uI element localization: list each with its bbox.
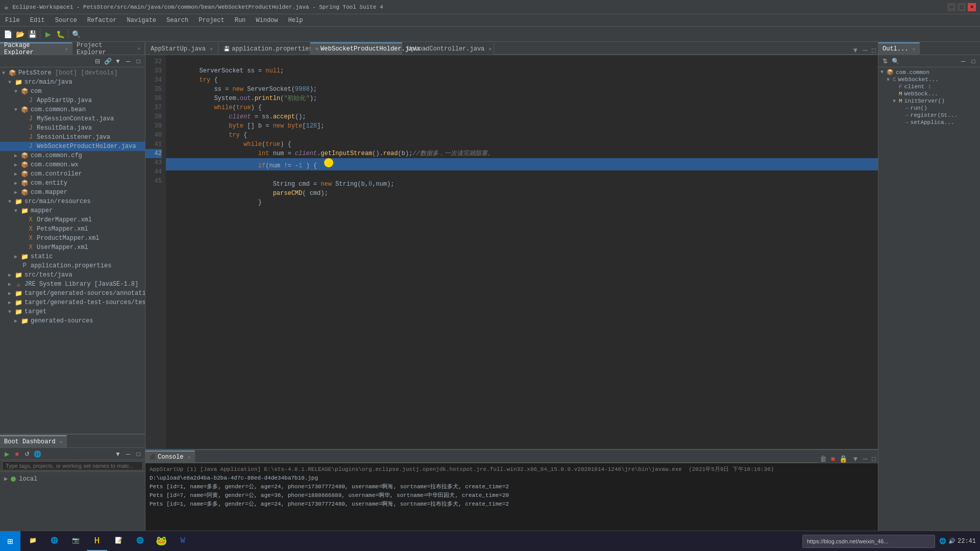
menu-refactor[interactable]: Refactor [82,14,122,26]
collapse-all-button[interactable]: ⊟ [93,57,102,66]
tree-item-com-common-cfg[interactable]: ▶ 📦 com.common.cfg [0,151,145,160]
taskbar-app-frog[interactable]: 🐸 [151,532,172,551]
code-editor[interactable]: 32 33 34 35 36 37 38 39 40 41 42 43 44 4… [145,55,878,449]
tree-item-generated-test-sources[interactable]: ▶ 📁 target/generated-test-sources/test-a… [0,298,145,307]
taskbar-app-file-manager[interactable]: 📁 [22,532,43,551]
tab-package-explorer[interactable]: Package Explorer ✕ [0,42,72,55]
tree-item-generated-sources[interactable]: ▶ 📁 target/generated-sources/annotations [0,289,145,298]
tree-item-jre[interactable]: ▶ ☕ JRE System Library [JavaSE-1.8] [0,280,145,289]
minimize-editor-button[interactable]: ─ [861,46,869,55]
tree-item-src-test[interactable]: ▶ 📁 src/test/java [0,270,145,280]
console-minimize-button[interactable]: ─ [861,455,869,463]
link-editor-button[interactable]: 🔗 [103,57,112,66]
tree-item-com-common-bean[interactable]: ▼ 📦 com.common.bean [0,105,145,114]
outline-item-run[interactable]: ▶ → run() [878,105,980,112]
new-button[interactable]: 📄 [2,29,13,40]
tree-item-generated-sources-2[interactable]: ▶ 📁 generated-sources [0,316,145,325]
save-button[interactable]: 💾 [27,29,38,40]
tree-item-com-controller[interactable]: ▶ 📦 com.controller [0,169,145,179]
outline-item-setapplica[interactable]: ▶ → setApplica... [878,119,980,126]
debug-button[interactable]: 🐛 [55,29,66,40]
close-icon-boot[interactable]: ✕ [60,439,62,445]
open-button[interactable]: 📂 [14,29,26,40]
clear-console-button[interactable]: 🗑 [818,455,829,463]
boot-start-button[interactable]: ▶ [2,449,11,459]
taskbar-app-hbuilder[interactable]: H [87,532,107,551]
taskbar-app-notepad[interactable]: 📝 [108,532,129,551]
outline-maximize-button[interactable]: □ [969,57,978,66]
maximize-editor-button[interactable]: □ [870,46,878,55]
code-content[interactable]: ServerSocket ss = null; try { ss = new S… [166,55,878,449]
stop-console-button[interactable]: ■ [829,455,837,463]
outline-minimize-button[interactable]: ─ [959,57,968,66]
outline-item-websocket-class[interactable]: ▼ C WebSocket... [878,76,980,83]
tab-websocket[interactable]: ✎ WebSocketProductHolder.java ✕ [310,42,402,55]
close-icon[interactable]: ✕ [65,46,68,52]
menu-project[interactable]: Project [193,14,229,26]
tab-project-explorer[interactable]: Project Explorer ✕ [72,42,145,55]
tree-item-appstartup[interactable]: ▶ J AppStartUp.java [0,96,145,105]
maximize-view-button[interactable]: □ [134,57,143,66]
tree-item-com-common-wx[interactable]: ▶ 📦 com.common.wx [0,160,145,169]
run-button[interactable]: ▶ [42,29,54,40]
tree-item-com-mapper[interactable]: ▶ 📦 com.mapper [0,188,145,197]
tree-item-petsmapper[interactable]: ▶ X PetsMapper.xml [0,224,145,234]
tree-item-ordermapper[interactable]: ▶ X OrderMapper.xml [0,215,145,224]
start-button[interactable]: ⊞ [0,531,20,552]
boot-maximize-button[interactable]: □ [134,449,143,459]
close-console-icon[interactable]: ✕ [187,455,190,460]
tree-item-mapper-folder[interactable]: ▼ 📁 mapper [0,206,145,215]
tree-item-resultdata[interactable]: ▶ J ResultData.java [0,123,145,133]
editor-view-menu-button[interactable]: ▼ [850,46,861,55]
tab-outline[interactable]: Outl... ✕ [878,42,920,55]
outline-item-register[interactable]: ▶ → register(St... [878,112,980,119]
outline-item-initserver[interactable]: ▼ M initServer() [878,97,980,105]
outline-item-com-common[interactable]: ▼ 📦 com.common [878,68,980,76]
close-tab-appstartup[interactable]: ✕ [210,46,213,52]
tab-console[interactable]: ⬛ Console ✕ [145,450,195,463]
boot-restart-button[interactable]: ↺ [22,449,32,459]
tree-item-app-properties[interactable]: ▶ P application.properties [0,261,145,270]
tab-appstartup[interactable]: AppStartUp.java ✕ [145,42,218,55]
menu-window[interactable]: Window [251,14,283,26]
minimize-view-button[interactable]: ─ [124,57,133,66]
taskbar-search-input[interactable] [802,535,935,548]
tree-item-websocket[interactable]: ▶ J WebSocketProductHolder.java [0,142,145,151]
outline-item-client[interactable]: ▶ F client : [878,83,980,90]
tree-item-com-entity[interactable]: ▶ 📦 com.entity [0,179,145,188]
outline-item-websock-method[interactable]: ▶ M WebSock... [878,90,980,97]
boot-menu-button[interactable]: ▼ [113,449,122,459]
close-tab-uploadctrl[interactable]: ✕ [488,46,492,52]
boot-server-local[interactable]: ▶ local [4,474,141,484]
tree-item-sessionlistener[interactable]: ▶ J SessionListener.java [0,133,145,142]
menu-search[interactable]: Search [161,14,193,26]
tree-item-usermapper[interactable]: ▶ X UserMapper.xml [0,243,145,252]
tab-boot-dashboard[interactable]: Boot Dashboard ✕ [0,435,67,447]
tree-item-src-main-java[interactable]: ▼ 📁 src/main/java [0,78,145,87]
boot-minimize-button[interactable]: ─ [124,449,133,459]
tree-item-productmapper[interactable]: ▶ X ProductMapper.xml [0,234,145,243]
outline-filter-button[interactable]: 🔍 [891,57,900,66]
menu-file[interactable]: File [0,14,25,26]
taskbar-app-word[interactable]: W [173,532,193,551]
tree-item-static[interactable]: ▶ 📁 static [0,252,145,261]
boot-search-input[interactable] [2,461,143,470]
taskbar-app-browser[interactable]: 🌐 [130,532,150,551]
tree-item-mysessioncontext[interactable]: ▶ J MySessionContext.java [0,114,145,123]
tree-item-petsstore[interactable]: ▼ 📦 PetsStore [boot] [devtools] [0,68,145,78]
menu-run[interactable]: Run [230,14,251,26]
menu-help[interactable]: Help [283,14,308,26]
tree-item-com[interactable]: ▼ 📦 com [0,87,145,96]
taskbar-app-camera[interactable]: 📷 [65,532,86,551]
console-maximize-button[interactable]: □ [870,455,878,463]
scroll-lock-button[interactable]: 🔒 [837,455,850,463]
close-button[interactable]: ✕ [968,3,976,11]
tree-item-target[interactable]: ▼ 📁 target [0,307,145,316]
taskbar-app-chrome[interactable]: 🌐 [44,532,64,551]
menu-edit[interactable]: Edit [25,14,50,26]
search-button[interactable]: 🔍 [70,29,82,40]
close-outline-icon[interactable]: ✕ [912,46,915,52]
tab-application-properties[interactable]: 💾 application.properties ✕ [218,42,310,55]
tree-item-src-main-resources[interactable]: ▼ 📁 src/main/resources [0,197,145,206]
close-icon-2[interactable]: ✕ [138,46,140,52]
